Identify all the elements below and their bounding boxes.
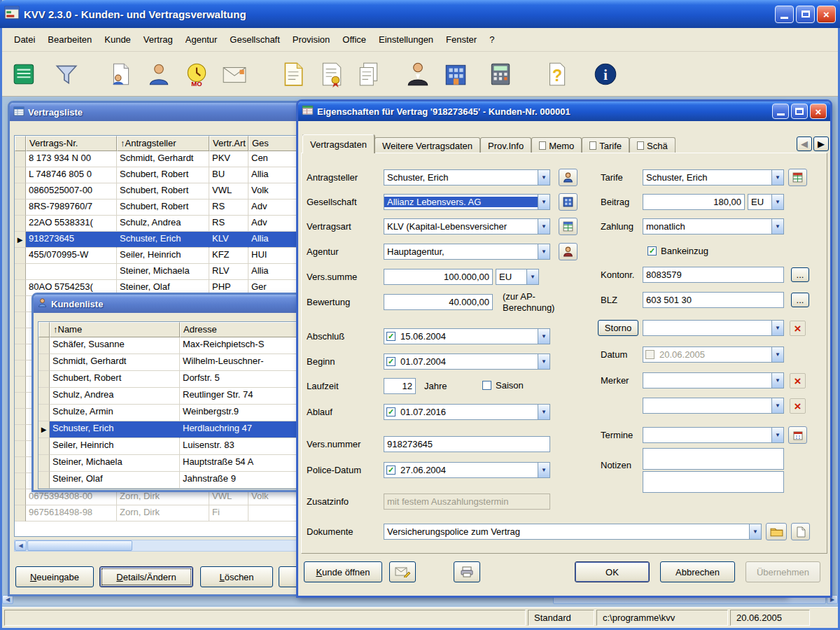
dialog-close-button[interactable]: ×: [810, 104, 827, 119]
vers-summe-currency-combo[interactable]: EU▼: [496, 269, 539, 285]
open-customer-button[interactable]: [559, 169, 578, 186]
dialog-titlebar[interactable]: Eigenschaften für Vertrag '918273645' - …: [298, 102, 830, 121]
merker-clear-icon-1[interactable]: ×: [790, 373, 806, 388]
open-folder-button[interactable]: [766, 523, 787, 540]
customer-icon[interactable]: [142, 55, 176, 94]
beitrag-input[interactable]: 180,00: [643, 194, 745, 210]
minimize-button[interactable]: [775, 6, 794, 23]
copies-icon[interactable]: [352, 55, 386, 94]
abbrechen-button[interactable]: Abbrechen: [660, 561, 735, 582]
ok-button[interactable]: OK: [575, 561, 650, 582]
vers-nummer-input[interactable]: 918273645: [384, 436, 550, 452]
menu-einstellungen[interactable]: Einstellungen: [372, 31, 440, 48]
storno-clear-icon[interactable]: ×: [790, 321, 806, 336]
bankeinzug-checkbox[interactable]: ✓: [648, 246, 657, 255]
abschluss-date-combo[interactable]: ✓15.06.2004▼: [384, 328, 550, 344]
merker-combo-2[interactable]: ▼: [643, 398, 784, 414]
tab-schaeden[interactable]: Schä: [629, 137, 676, 153]
bankeinzug-checkbox-row[interactable]: ✓Bankeinzug: [645, 246, 708, 256]
open-gesellschaft-button[interactable]: [559, 193, 578, 211]
dialog-maximize-button[interactable]: [791, 104, 808, 119]
abschluss-checkbox[interactable]: ✓: [386, 332, 396, 341]
antragsteller-combo[interactable]: Schuster, Erich▼: [384, 169, 550, 186]
blz-input[interactable]: 603 501 30: [643, 292, 784, 308]
kunde-oeffnen-button[interactable]: Kunde öffnen: [304, 561, 382, 582]
header-vertrart[interactable]: Vertr.Art: [209, 136, 248, 151]
maximize-button[interactable]: [796, 6, 815, 23]
neueingabe-button[interactable]: Neueingabe: [15, 566, 94, 587]
kontonr-browse-button[interactable]: ...: [791, 267, 809, 282]
close-button[interactable]: ×: [817, 6, 836, 23]
database-icon[interactable]: [8, 55, 41, 94]
gesellschaft-combo[interactable]: Allianz Lebensvers. AG▼: [384, 194, 550, 210]
notizen-input-1[interactable]: [643, 448, 784, 470]
menu-bearbeiten[interactable]: Bearbeiten: [41, 31, 98, 48]
laufzeit-input[interactable]: 12: [384, 378, 416, 394]
merker-combo-1[interactable]: ▼: [643, 372, 784, 388]
termine-calendar-button[interactable]: [788, 426, 807, 444]
serienbrief-button[interactable]: [389, 561, 416, 582]
header-vertragsnr[interactable]: Vertrags-Nr.: [26, 136, 117, 151]
tab-weitere-vertragsdaten[interactable]: Weitere Vertragsdaten: [374, 137, 480, 153]
kontonr-input[interactable]: 8083579: [643, 267, 784, 283]
reminder-icon[interactable]: MO: [180, 55, 214, 94]
scroll-left-icon[interactable]: ◀: [15, 540, 27, 551]
beginn-checkbox[interactable]: ✓: [386, 357, 396, 366]
menu-office[interactable]: Office: [336, 31, 372, 48]
menu-vertrag[interactable]: Vertrag: [137, 31, 179, 48]
tabs-scroll-left-button[interactable]: ◀: [797, 136, 812, 151]
ablauf-checkbox[interactable]: ✓: [386, 407, 396, 416]
ablauf-date-combo[interactable]: ✓01.07.2016▼: [384, 404, 550, 420]
storno-button[interactable]: Storno: [598, 320, 638, 336]
tab-memo[interactable]: Memo: [531, 137, 582, 153]
termine-combo[interactable]: ▼: [643, 427, 784, 443]
notizen-input-2[interactable]: [643, 471, 784, 493]
open-agentur-button[interactable]: [559, 243, 578, 260]
police-datum-combo[interactable]: ✓27.06.2004▼: [384, 462, 550, 478]
menu-kunde[interactable]: Kunde: [98, 31, 137, 48]
blz-browse-button[interactable]: ...: [791, 293, 809, 307]
help-icon[interactable]: ?: [540, 55, 573, 94]
agentur-combo[interactable]: Hauptagentur,▼: [384, 244, 550, 260]
merker-clear-icon-2[interactable]: ×: [790, 398, 806, 414]
saison-checkbox[interactable]: ✓: [482, 381, 491, 390]
tab-vertragsdaten[interactable]: Vertragsdaten: [302, 134, 374, 153]
scrollbar-thumb[interactable]: [27, 540, 132, 551]
agent-icon[interactable]: [401, 55, 435, 94]
menu-provision[interactable]: Provision: [286, 31, 336, 48]
calculator-icon[interactable]: [484, 55, 517, 94]
filter-icon[interactable]: [50, 55, 83, 94]
police-datum-checkbox[interactable]: ✓: [386, 465, 396, 475]
details-aendern-button[interactable]: Details/Ändern: [99, 566, 193, 587]
storno-combo[interactable]: ▼: [643, 320, 784, 336]
info-icon[interactable]: i: [589, 55, 622, 94]
certificate-icon[interactable]: [314, 55, 348, 94]
new-document-button[interactable]: [791, 523, 810, 540]
mail-icon[interactable]: [218, 55, 251, 94]
loeschen-button[interactable]: Löschen: [200, 566, 273, 587]
bank-icon[interactable]: [439, 55, 472, 94]
header-name[interactable]: ↑Name: [50, 322, 180, 337]
menu-agentur[interactable]: Agentur: [179, 31, 224, 48]
zahlung-combo[interactable]: monatlich▼: [643, 218, 784, 234]
menu-hilfe[interactable]: ?: [483, 31, 500, 48]
vers-summe-input[interactable]: 100.000,00: [384, 269, 493, 285]
menu-gesellschaft[interactable]: Gesellschaft: [223, 31, 286, 48]
vertragsart-combo[interactable]: KLV (Kapital-Lebensversicher▼: [384, 218, 550, 234]
dokumente-combo[interactable]: Versicherungspolice zum Vertrag▼: [384, 524, 762, 540]
print-button[interactable]: [454, 561, 480, 582]
menu-fenster[interactable]: Fenster: [440, 31, 483, 48]
tabs-scroll-right-button[interactable]: ▶: [813, 136, 829, 151]
tarife-combo[interactable]: Schuster, Erich▼: [643, 169, 784, 186]
vertragsart-table-button[interactable]: [559, 218, 578, 235]
header-antragsteller[interactable]: ↑Antragsteller: [117, 136, 209, 151]
beitrag-currency-combo[interactable]: EU▼: [748, 194, 784, 210]
dialog-minimize-button[interactable]: [772, 104, 789, 119]
document-icon[interactable]: [276, 55, 310, 94]
bewertung-input[interactable]: 40.000,00: [384, 294, 493, 310]
saison-checkbox-row[interactable]: ✓Saison: [480, 380, 524, 391]
tab-provinfo[interactable]: Prov.Info: [480, 137, 531, 153]
menu-datei[interactable]: Datei: [8, 31, 41, 48]
tarife-table-button[interactable]: [788, 169, 807, 186]
new-contract-icon[interactable]: [104, 55, 138, 94]
